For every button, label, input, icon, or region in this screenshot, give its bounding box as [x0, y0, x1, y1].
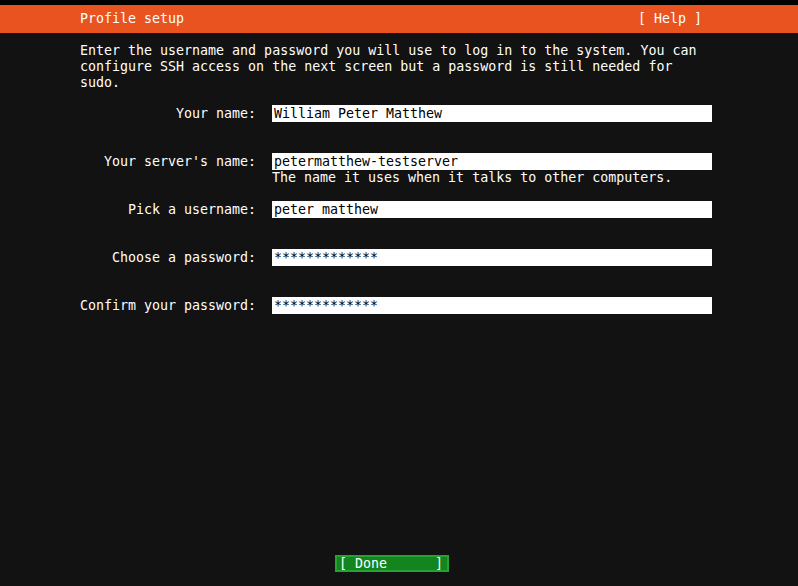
password-input[interactable]: [272, 249, 712, 266]
server-name-label: Your server's name:: [80, 153, 256, 170]
your-name-input[interactable]: [272, 105, 712, 122]
password-label: Choose a password:: [80, 249, 256, 266]
confirm-password-input[interactable]: [272, 297, 712, 314]
server-name-helper-text: The name it uses when it talks to other …: [272, 170, 672, 186]
server-name-input[interactable]: [272, 153, 712, 170]
instructions-text: Enter the username and password you will…: [80, 43, 724, 91]
your-name-label: Your name:: [80, 105, 256, 122]
confirm-password-label: Confirm your password:: [80, 297, 256, 314]
help-button[interactable]: [ Help ]: [638, 5, 702, 33]
header-bar: Profile setup [ Help ]: [0, 5, 798, 33]
page-title: Profile setup: [80, 5, 184, 33]
done-button[interactable]: [ Done ]: [335, 555, 449, 572]
profile-setup-screen: Profile setup [ Help ] Enter the usernam…: [0, 0, 798, 586]
username-input[interactable]: [272, 201, 712, 218]
username-label: Pick a username:: [80, 201, 256, 218]
